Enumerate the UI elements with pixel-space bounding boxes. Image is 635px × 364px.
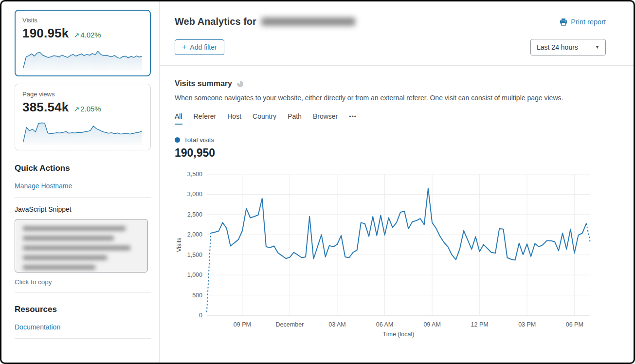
time-range-value: Last 24 hours [537, 43, 578, 51]
tab-referer[interactable]: Referer [194, 112, 217, 125]
divider [15, 338, 151, 339]
metric-delta: ↗4.02% [73, 31, 101, 39]
pie-chart-icon[interactable] [236, 80, 244, 88]
redacted-code-line [23, 236, 114, 240]
visits-summary-description: When someone navigates to your website, … [175, 94, 606, 102]
svg-text:03 PM: 03 PM [518, 321, 536, 328]
redacted-code-line [23, 246, 130, 250]
more-tabs-icon[interactable]: ••• [349, 113, 357, 124]
svg-text:06 PM: 06 PM [566, 321, 583, 328]
visits-summary-title: Visits summary [175, 79, 232, 88]
trend-up-icon: ↗ [73, 31, 79, 39]
javascript-snippet-label: JavaScript Snippet [15, 205, 151, 213]
tab-country[interactable]: Country [253, 112, 276, 125]
divider [15, 292, 151, 293]
svg-text:2,000: 2,000 [187, 231, 202, 238]
tab-all[interactable]: All [175, 112, 182, 125]
svg-text:06 AM: 06 AM [376, 321, 393, 328]
svg-text:3,500: 3,500 [187, 171, 202, 178]
svg-text:2,500: 2,500 [187, 211, 202, 218]
redacted-code-line [23, 255, 107, 260]
legend-label: Total visits [184, 136, 214, 144]
plus-icon: + [182, 43, 186, 51]
metric-value: 190.95k [22, 26, 69, 41]
javascript-snippet-box[interactable] [15, 219, 148, 273]
quick-actions-heading: Quick Actions [15, 164, 151, 173]
svg-text:3,000: 3,000 [187, 191, 202, 198]
click-to-copy-hint: Click to copy [15, 278, 151, 286]
divider [160, 65, 634, 66]
svg-text:09 PM: 09 PM [234, 321, 251, 328]
time-range-select[interactable]: Last 24 hours ▼ [530, 39, 606, 55]
legend-dot-icon [175, 137, 180, 143]
visits-sparkline [22, 44, 143, 71]
svg-text:0: 0 [199, 312, 202, 319]
metric-card-visits[interactable]: Visits 190.95k ↗4.02% [15, 10, 151, 76]
redacted-site-domain [261, 18, 355, 26]
page-views-sparkline [22, 118, 143, 145]
resources-heading: Resources [15, 305, 151, 314]
metric-value: 385.54k [22, 100, 69, 115]
svg-text:Time (local): Time (local) [383, 331, 415, 338]
tab-host[interactable]: Host [227, 112, 241, 125]
metric-label: Visits [22, 17, 143, 24]
svg-text:09 AM: 09 AM [423, 321, 440, 328]
redacted-code-line [23, 226, 126, 231]
metric-label: Page views [22, 91, 143, 98]
print-report-button[interactable]: Print report [560, 18, 606, 26]
print-report-label: Print report [571, 18, 606, 26]
visits-chart: 05001,0001,5002,0002,5003,0003,50009 PMD… [175, 167, 606, 339]
total-visits-value: 190,950 [175, 146, 606, 160]
svg-text:03 AM: 03 AM [328, 321, 345, 328]
main-content: Web Analytics for Print report + Add fil… [159, 1, 634, 363]
metric-delta: ↗2.05% [73, 105, 101, 113]
metric-card-page-views[interactable]: Page views 385.54k ↗2.05% [15, 84, 151, 150]
svg-text:Visits: Visits [176, 237, 182, 252]
printer-icon [560, 18, 567, 26]
tab-path[interactable]: Path [288, 112, 302, 125]
visits-line-chart[interactable]: 05001,0001,5002,0002,5003,0003,50009 PMD… [175, 167, 606, 339]
sidebar: Visits 190.95k ↗4.02% Page views 385.54k… [1, 1, 159, 363]
documentation-link[interactable]: Documentation [15, 323, 60, 331]
svg-text:December: December [276, 321, 304, 328]
svg-text:12 PM: 12 PM [471, 321, 489, 328]
summary-tabs: All Referer Host Country Path Browser ••… [175, 112, 606, 125]
chevron-down-icon: ▼ [595, 45, 599, 50]
svg-text:1,500: 1,500 [187, 252, 202, 258]
window-frame: Visits 190.95k ↗4.02% Page views 385.54k… [0, 0, 635, 364]
trend-up-icon: ↗ [73, 105, 79, 113]
svg-text:500: 500 [192, 292, 202, 299]
svg-text:1,000: 1,000 [187, 272, 202, 278]
divider [15, 197, 151, 198]
page-title: Web Analytics for [175, 16, 256, 27]
redacted-code-line [23, 265, 95, 270]
tab-browser[interactable]: Browser [313, 112, 338, 125]
add-filter-button[interactable]: + Add filter [175, 39, 224, 55]
add-filter-label: Add filter [190, 43, 217, 51]
manage-hostname-link[interactable]: Manage Hostname [15, 182, 72, 190]
